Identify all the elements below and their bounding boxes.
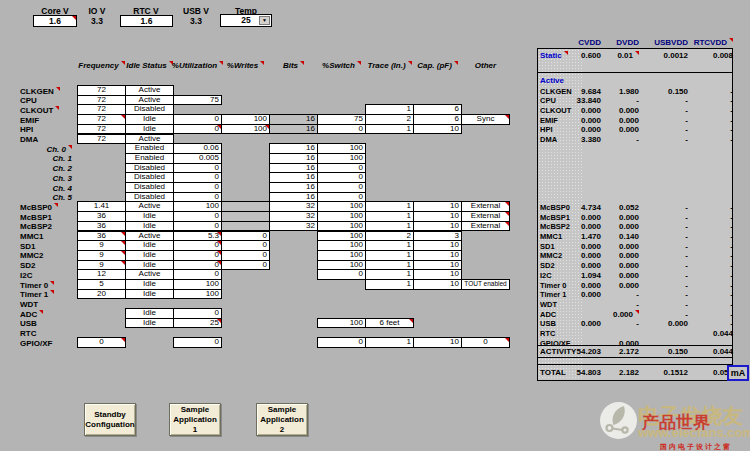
cell-value: 10 (450, 279, 459, 288)
grid-cell-gpio-xf-other[interactable]: 0 (461, 337, 510, 348)
grid-cell-cpu-util[interactable]: 75 (173, 95, 222, 106)
unit-badge: mA (727, 365, 749, 381)
cell-value: 1 (407, 221, 411, 230)
grid-cell-timer-0-other[interactable]: TOUT enabled (461, 279, 510, 290)
grid-cell-timer-0-cap[interactable]: 10 (413, 279, 462, 290)
row-label-dma: DMA (20, 135, 38, 144)
cell-value: 100 (350, 221, 363, 230)
cell-value: 1 (407, 279, 411, 288)
panel-value-sd1-dvdd: 0.000 (593, 242, 639, 251)
cell-value: 0 (215, 221, 219, 230)
grid-cell-mcbsp2-other[interactable]: External (461, 221, 510, 232)
cell-value: 72 (97, 124, 106, 133)
grid-cell-mcbsp2-bits[interactable]: 32 (269, 221, 318, 232)
panel-value-timer-1-rtcvdd: - (687, 290, 738, 299)
cell-value: 1.41 (94, 201, 110, 210)
cell-value: Idle (143, 308, 156, 317)
cell-value: 75 (210, 95, 219, 104)
static-value-dvdd: 0.01 (593, 51, 639, 60)
grid-cell-gpio-xf-util[interactable]: 0 (173, 337, 222, 348)
cell-value: 16 (306, 114, 315, 123)
grid-cell-gpio-xf-switch[interactable]: 0 (317, 337, 366, 348)
activity-value-rtcvdd: 0.044 (687, 347, 733, 356)
grid-cell-gpio-xf-cap[interactable]: 10 (413, 337, 462, 348)
grid-cell-hpi-writes[interactable]: 100 (221, 124, 270, 135)
grid-cell-gpio-xf-freq[interactable]: 0 (77, 337, 126, 348)
panel-value-mcbsp2-dvdd: 0.000 (593, 222, 639, 231)
cell-value: 1 (407, 260, 411, 269)
cell-value: 100 (350, 211, 363, 220)
active-section-label: Active (540, 76, 564, 85)
activity-value-usbvdd: 0.150 (642, 347, 688, 356)
total-value-dvdd: 2.182 (593, 368, 639, 377)
comment-marker (217, 319, 221, 323)
panel-value-usb-dvdd: - (593, 319, 644, 328)
cell-value: 72 (97, 85, 106, 94)
cell-value: Disabled (134, 163, 165, 172)
chevron-down-icon[interactable]: ▼ (259, 16, 270, 25)
io-v-label: IO V (88, 6, 105, 16)
row-label-mmc2: MMC2 (20, 251, 44, 260)
cell-value: Active (139, 134, 161, 143)
panel-value-hpi-dvdd: 0.000 (593, 125, 639, 134)
row-label-mcbsp1: McBSP1 (20, 213, 52, 222)
grid-cell-timer-0-trace[interactable]: 1 (365, 279, 414, 290)
grid-cell-i2c-switch[interactable]: 0 (317, 269, 366, 280)
grid-cell-hpi-switch[interactable]: 0 (317, 124, 366, 135)
grid-cell-hpi-util[interactable]: 0 (173, 124, 222, 135)
watermark: 电子发烧友 产品世界 www.elecfans.com 国内电子设计之窗 (596, 395, 750, 451)
sample-application-1-button[interactable]: Sample Application 1 (169, 403, 221, 436)
standby-configuration-button[interactable]: Standby Configuation (84, 403, 136, 436)
cell-value: 10 (450, 211, 459, 220)
cell-value: Disabled (134, 172, 165, 181)
grid-cell-usb-util[interactable]: 25 (173, 318, 222, 329)
cell-value: Active (139, 269, 161, 278)
cell-value: 16 (306, 153, 315, 162)
cell-value: 1 (407, 269, 411, 278)
grid-cell-hpi-cap[interactable]: 10 (413, 124, 462, 135)
panel-value-emif-usbvdd: - (642, 116, 693, 125)
panel-value-mcbsp2-usbvdd: - (642, 222, 693, 231)
panel-value-usb-usbvdd: 0.000 (642, 319, 688, 328)
core-v-input[interactable]: 1.6 (33, 15, 77, 27)
cell-value: 0 (215, 172, 219, 181)
cell-value: Active (139, 95, 161, 104)
panel-value-wdt-usbvdd: - (642, 300, 693, 309)
cell-value: 36 (97, 221, 106, 230)
sample-application-2-button[interactable]: Sample Application 2 (256, 403, 308, 436)
cell-value: 0 (359, 172, 363, 181)
panel-value-mcbsp1-rtcvdd: - (687, 213, 738, 222)
cell-value: Disabled (134, 104, 165, 113)
panel-row-label-wdt: WDT (540, 300, 557, 309)
grid-cell-hpi-trace[interactable]: 1 (365, 124, 414, 135)
cell-value: 1 (407, 211, 411, 220)
panel-value-hpi-usbvdd: - (642, 125, 693, 134)
grid-cell-emif-other[interactable]: Sync (461, 114, 510, 125)
power-estimation-spreadsheet: Core V 1.6 IO V 3.3 RTC V 1.6 USB V 3.3 … (0, 0, 750, 451)
watermark-site-url: www.elecfans.com (638, 425, 750, 440)
grid-cell-dma-freq[interactable]: 72 (77, 134, 126, 145)
grid-cell-usb-idle[interactable]: Idle (125, 318, 174, 329)
grid-cell-usb-switch[interactable]: 100 (317, 318, 366, 329)
grid-cell-timer-1-util[interactable]: 100 (173, 289, 222, 300)
row-label-rtc: RTC (20, 329, 36, 338)
temp-dropdown[interactable]: 25 ▼ (220, 14, 272, 27)
cell-value: 0 (215, 114, 219, 123)
cell-value: 100 (254, 114, 267, 123)
grid-cell-gpio-xf-trace[interactable]: 1 (365, 337, 414, 348)
divider (537, 72, 733, 73)
cell-value: 10 (450, 269, 459, 278)
grid-cell-timer-1-freq[interactable]: 20 (77, 289, 126, 300)
rtc-v-input[interactable]: 1.6 (120, 15, 173, 27)
grid-cell-usb-trace[interactable]: 6 feet (365, 318, 414, 329)
grid-cell-timer-1-idle[interactable]: Idle (125, 289, 174, 300)
row-label-sd2: SD2 (20, 261, 36, 270)
panel-value-timer-0-dvdd: 0.000 (593, 281, 639, 290)
grid-cell-sd2-writes[interactable]: 0 (221, 260, 270, 271)
panel-row-label-rtc: RTC (540, 329, 555, 338)
comment-marker (635, 310, 639, 314)
row-label-ch-5: Ch. 5 (20, 193, 72, 202)
row-label-wdt: WDT (20, 300, 38, 309)
row-label-cpu: CPU (20, 96, 37, 105)
row-label-gpio-xf: GPIO/XF (20, 339, 52, 348)
